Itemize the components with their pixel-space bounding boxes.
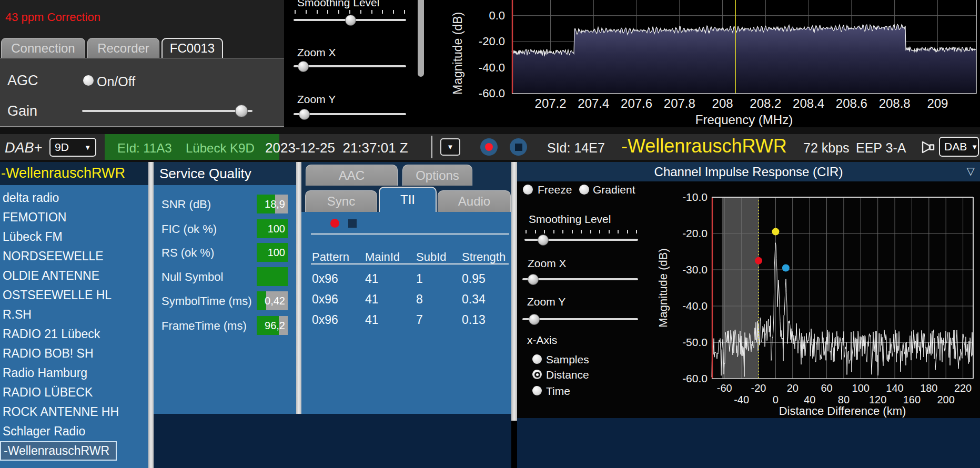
output-mode-dropdown[interactable]: DAB ▼ (939, 137, 979, 157)
device-tab-fc0013[interactable]: FC0013 (161, 38, 223, 58)
ensemble-name-label: Lübeck K9D (186, 141, 255, 156)
service-list: delta radioFEMOTIONLübeck FMNORDSEEWELLE… (0, 185, 148, 468)
service-list-item[interactable]: delta radio (0, 188, 148, 208)
output-mode-value: DAB (944, 140, 967, 153)
sq-row-label: SNR (dB) (161, 198, 211, 211)
service-list-item[interactable]: R.SH (0, 305, 148, 324)
service-list-item[interactable]: RADIO LÜBECK (0, 383, 148, 402)
x-tick-label: 0 (773, 394, 779, 405)
panel-divider (148, 162, 154, 468)
tii-top-tab-aac[interactable]: AAC (306, 165, 398, 186)
status-bar: DAB+ 9D ▼ EId: 11A3 Lübeck K9D 2023-12-2… (0, 134, 980, 160)
service-list-item[interactable]: Radio Hamburg (0, 363, 148, 383)
sq-progress-bar: 96,2 (257, 316, 288, 335)
gain-slider-track[interactable] (82, 110, 252, 112)
stop-button[interactable] (510, 138, 527, 156)
cir-xaxis-option-label: Samples (546, 353, 589, 366)
record-options-dropdown-button[interactable]: ▼ (440, 138, 460, 156)
cir-smoothing-slider-tick (581, 230, 582, 233)
tii-record-indicator-icon[interactable] (330, 219, 339, 228)
spectrum-zoom-y-label: Zoom Y (297, 93, 336, 106)
x-axis-title: Frequency (MHz) (695, 113, 793, 127)
x-tick-label: -20 (751, 382, 766, 394)
panel-divider (511, 162, 517, 421)
cir-zoom-x-slider-thumb[interactable] (528, 274, 539, 285)
cir-xaxis-option-label: Time (546, 385, 570, 398)
cir-freeze-radio[interactable] (523, 185, 533, 195)
cir-smoothing-slider-tick (544, 230, 545, 233)
x-tick-label: 180 (920, 382, 937, 394)
speaker-icon[interactable] (921, 138, 938, 156)
service-list-item[interactable]: FEMOTION (0, 208, 148, 227)
tii-sub-tab-audio[interactable]: Audio (438, 190, 511, 212)
tii-stop-indicator-icon[interactable] (348, 219, 357, 228)
cir-xaxis-option-label: Distance (546, 369, 589, 381)
device-tab-recorder[interactable]: Recorder (87, 38, 159, 58)
tii-sub-tab-tii[interactable]: TII (379, 187, 437, 212)
cir-zoom-x-label: Zoom X (528, 257, 567, 270)
agc-radio[interactable] (83, 75, 94, 86)
cir-zoom-x-slider-track[interactable] (522, 278, 638, 280)
spectrum-zoom-x-label: Zoom X (297, 46, 336, 59)
cir-xaxis-radio-samples[interactable] (532, 354, 542, 364)
rf-spectrum-chart[interactable]: 0.0-20.0-40.0-60.0207.2207.4207.6207.820… (421, 0, 980, 131)
service-list-item[interactable]: RADIO 21 Lübeck (0, 324, 148, 344)
service-list-item[interactable]: -WellenrauschRWR (0, 441, 117, 461)
statusbar-divider (431, 136, 432, 158)
x-tick-label: 208.8 (879, 96, 911, 110)
spectrum-zoom-x-slider-thumb[interactable] (298, 61, 309, 72)
cir-zoom-y-slider-thumb[interactable] (529, 314, 540, 325)
sq-progress-bar (257, 267, 288, 286)
x-tick-label: 160 (903, 394, 921, 405)
cir-smoothing-slider-thumb[interactable] (538, 235, 549, 246)
x-tick-label: 209 (927, 96, 948, 110)
sq-progress-bar: 100 (257, 219, 288, 238)
service-quality-title: Service Quality (159, 166, 251, 182)
tii-top-tab-options[interactable]: Options (402, 165, 472, 186)
spectrum-zoom-y-slider-track[interactable] (294, 113, 406, 115)
x-tick-label: 100 (852, 382, 870, 394)
device-tab-connection[interactable]: Connection (1, 38, 85, 58)
service-list-item[interactable]: OSTSEEWELLE HL (0, 286, 148, 305)
spectrum-zoom-x-slider-track[interactable] (294, 65, 406, 67)
cir-smoothing-slider-tick (627, 230, 628, 233)
cir-gradient-radio[interactable] (579, 185, 589, 195)
sq-progress-bar: 0,42 (257, 291, 288, 310)
x-tick-label: 120 (869, 394, 886, 405)
cir-xaxis-radio-distance[interactable] (532, 370, 542, 379)
y-tick-label: -10.0 (682, 191, 708, 203)
service-list-item[interactable]: OLDIE ANTENNE (0, 266, 148, 286)
sq-row-label: Null Symbol (161, 270, 223, 284)
x-tick-label: 207.8 (664, 96, 695, 110)
cir-smoothing-slider-tick (636, 230, 637, 233)
record-button[interactable] (480, 138, 498, 156)
channel-dropdown[interactable]: 9D ▼ (49, 138, 96, 157)
x-tick-label: 220 (954, 382, 972, 394)
service-list-item[interactable]: Schlager Radio (0, 422, 148, 441)
collapse-triangle-icon[interactable]: ▽ (967, 165, 975, 177)
spectrum-smoothing-slider-thumb[interactable] (345, 15, 356, 26)
cir-xaxis-radio-time[interactable] (532, 386, 542, 395)
service-list-item[interactable]: ROCK ANTENNE HH (0, 402, 148, 422)
ppm-correction-label: 43 ppm Correction (5, 11, 100, 24)
cir-zoom-y-slider-track[interactable] (522, 318, 638, 320)
sq-progress-fill (257, 267, 288, 286)
service-list-item[interactable]: NORDSEEWELLE (0, 247, 148, 266)
gain-slider-thumb[interactable] (235, 105, 248, 117)
tii-table-header-underline (311, 263, 509, 264)
cir-smoothing-slider-tick (526, 230, 527, 233)
sq-row-label: FrameTime (ms) (161, 319, 247, 333)
tii-cell: 7 (416, 313, 423, 327)
cir-chart[interactable]: -10.0-20.0-30.0-40.0-50.0-60.0-60-40-200… (652, 181, 980, 418)
sq-progress-bar: 100 (257, 243, 288, 262)
spectrum-smoothing-slider-tick (306, 10, 307, 14)
sq-value: 0,42 (265, 291, 285, 310)
spectrum-zoom-y-slider-thumb[interactable] (299, 109, 310, 120)
service-list-item[interactable]: Lübeck FM (0, 227, 148, 247)
spectrum-smoothing-slider-tick (382, 10, 383, 14)
service-list-header: -WellenrauschRWR (0, 162, 148, 185)
gain-label: Gain (7, 103, 37, 119)
bottom-navy-area (154, 414, 511, 468)
tii-sub-tab-sync[interactable]: Sync (305, 190, 377, 212)
service-list-item[interactable]: RADIO BOB! SH (0, 344, 148, 363)
